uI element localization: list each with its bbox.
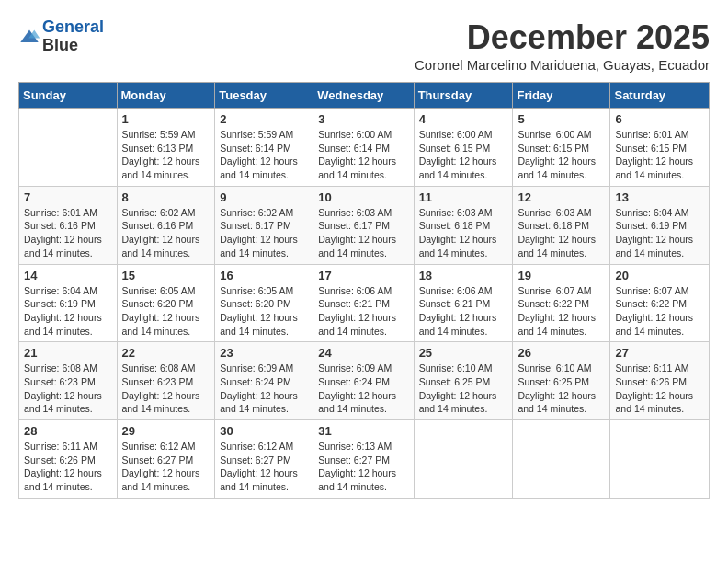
- calendar-cell: [414, 420, 513, 499]
- day-number: 20: [615, 269, 704, 282]
- day-info: Sunrise: 6:10 AMSunset: 6:25 PMDaylight:…: [419, 362, 508, 416]
- calendar-cell: 21Sunrise: 6:08 AMSunset: 6:23 PMDayligh…: [19, 342, 118, 420]
- header-tuesday: Tuesday: [215, 83, 313, 109]
- day-info: Sunrise: 6:04 AMSunset: 6:19 PMDaylight:…: [615, 206, 704, 260]
- day-info: Sunrise: 6:12 AMSunset: 6:27 PMDaylight:…: [122, 440, 210, 494]
- day-number: 27: [615, 346, 704, 360]
- header-row: SundayMondayTuesdayWednesdayThursdayFrid…: [19, 83, 710, 109]
- calendar-cell: 28Sunrise: 6:11 AMSunset: 6:26 PMDayligh…: [19, 420, 118, 499]
- day-number: 6: [615, 112, 704, 126]
- day-info: Sunrise: 6:03 AMSunset: 6:18 PMDaylight:…: [419, 206, 508, 260]
- day-info: Sunrise: 6:01 AMSunset: 6:16 PMDaylight:…: [24, 206, 112, 260]
- day-number: 16: [220, 269, 308, 282]
- day-number: 14: [24, 269, 112, 282]
- day-number: 19: [518, 269, 605, 282]
- day-info: Sunrise: 6:11 AMSunset: 6:26 PMDaylight:…: [24, 440, 112, 494]
- day-number: 31: [318, 424, 408, 438]
- calendar-cell: 20Sunrise: 6:07 AMSunset: 6:22 PMDayligh…: [610, 264, 710, 342]
- day-info: Sunrise: 6:13 AMSunset: 6:27 PMDaylight:…: [318, 440, 408, 494]
- logo: General Blue: [18, 18, 104, 55]
- week-row-5: 28Sunrise: 6:11 AMSunset: 6:26 PMDayligh…: [19, 420, 710, 499]
- calendar-cell: 10Sunrise: 6:03 AMSunset: 6:17 PMDayligh…: [313, 186, 414, 264]
- calendar-cell: 25Sunrise: 6:10 AMSunset: 6:25 PMDayligh…: [414, 342, 513, 420]
- day-info: Sunrise: 6:12 AMSunset: 6:27 PMDaylight:…: [220, 440, 308, 494]
- day-info: Sunrise: 6:03 AMSunset: 6:18 PMDaylight:…: [518, 206, 605, 260]
- day-number: 26: [518, 346, 605, 360]
- day-info: Sunrise: 6:06 AMSunset: 6:21 PMDaylight:…: [318, 284, 408, 339]
- calendar-cell: 30Sunrise: 6:12 AMSunset: 6:27 PMDayligh…: [215, 420, 313, 499]
- calendar-cell: [610, 420, 710, 499]
- day-number: 4: [419, 112, 508, 126]
- calendar-cell: 24Sunrise: 6:09 AMSunset: 6:24 PMDayligh…: [313, 342, 414, 420]
- calendar-cell: 18Sunrise: 6:06 AMSunset: 6:21 PMDayligh…: [414, 264, 513, 342]
- day-number: 30: [220, 424, 308, 438]
- day-number: 8: [122, 190, 210, 204]
- calendar-cell: 19Sunrise: 6:07 AMSunset: 6:22 PMDayligh…: [513, 264, 610, 342]
- calendar-cell: 31Sunrise: 6:13 AMSunset: 6:27 PMDayligh…: [313, 420, 414, 499]
- day-info: Sunrise: 6:00 AMSunset: 6:14 PMDaylight:…: [318, 128, 408, 182]
- calendar-cell: 15Sunrise: 6:05 AMSunset: 6:20 PMDayligh…: [117, 264, 215, 342]
- subtitle: Coronel Marcelino Mariduena, Guayas, Ecu…: [415, 57, 710, 73]
- header-sunday: Sunday: [19, 83, 118, 109]
- day-number: 22: [122, 346, 210, 360]
- day-info: Sunrise: 6:07 AMSunset: 6:22 PMDaylight:…: [615, 284, 704, 339]
- calendar-cell: 23Sunrise: 6:09 AMSunset: 6:24 PMDayligh…: [215, 342, 313, 420]
- calendar-cell: 26Sunrise: 6:10 AMSunset: 6:25 PMDayligh…: [513, 342, 610, 420]
- day-info: Sunrise: 6:03 AMSunset: 6:17 PMDaylight:…: [318, 206, 408, 260]
- day-number: 28: [24, 424, 112, 438]
- header-wednesday: Wednesday: [313, 83, 414, 109]
- day-info: Sunrise: 5:59 AMSunset: 6:13 PMDaylight:…: [122, 128, 210, 182]
- day-number: 10: [318, 190, 408, 204]
- calendar-table: SundayMondayTuesdayWednesdayThursdayFrid…: [18, 82, 710, 499]
- month-title: December 2025: [415, 18, 710, 57]
- calendar-cell: [19, 109, 118, 187]
- day-number: 1: [122, 112, 210, 126]
- day-info: Sunrise: 6:09 AMSunset: 6:24 PMDaylight:…: [220, 362, 308, 416]
- day-info: Sunrise: 6:00 AMSunset: 6:15 PMDaylight:…: [419, 128, 508, 182]
- day-number: 15: [122, 269, 210, 282]
- day-number: 11: [419, 190, 508, 204]
- day-info: Sunrise: 6:01 AMSunset: 6:15 PMDaylight:…: [615, 128, 704, 182]
- calendar-cell: 29Sunrise: 6:12 AMSunset: 6:27 PMDayligh…: [117, 420, 215, 499]
- week-row-4: 21Sunrise: 6:08 AMSunset: 6:23 PMDayligh…: [19, 342, 710, 420]
- header-monday: Monday: [117, 83, 215, 109]
- calendar-cell: 3Sunrise: 6:00 AMSunset: 6:14 PMDaylight…: [313, 109, 414, 187]
- day-info: Sunrise: 6:05 AMSunset: 6:20 PMDaylight:…: [220, 284, 308, 339]
- week-row-1: 1Sunrise: 5:59 AMSunset: 6:13 PMDaylight…: [19, 109, 710, 187]
- calendar-cell: 14Sunrise: 6:04 AMSunset: 6:19 PMDayligh…: [19, 264, 118, 342]
- day-info: Sunrise: 6:09 AMSunset: 6:24 PMDaylight:…: [318, 362, 408, 416]
- calendar-cell: 17Sunrise: 6:06 AMSunset: 6:21 PMDayligh…: [313, 264, 414, 342]
- day-number: 29: [122, 424, 210, 438]
- day-number: 7: [24, 190, 112, 204]
- day-number: 17: [318, 269, 408, 282]
- calendar-cell: 4Sunrise: 6:00 AMSunset: 6:15 PMDaylight…: [414, 109, 513, 187]
- calendar-cell: 2Sunrise: 5:59 AMSunset: 6:14 PMDaylight…: [215, 109, 313, 187]
- day-info: Sunrise: 6:02 AMSunset: 6:17 PMDaylight:…: [220, 206, 308, 260]
- day-number: 25: [419, 346, 508, 360]
- day-info: Sunrise: 6:08 AMSunset: 6:23 PMDaylight:…: [24, 362, 112, 416]
- logo-line1: General: [42, 18, 104, 37]
- calendar-cell: 5Sunrise: 6:00 AMSunset: 6:15 PMDaylight…: [513, 109, 610, 187]
- calendar-container: General Blue December 2025 Coronel Marce…: [18, 18, 710, 499]
- calendar-cell: 11Sunrise: 6:03 AMSunset: 6:18 PMDayligh…: [414, 186, 513, 264]
- calendar-cell: 16Sunrise: 6:05 AMSunset: 6:20 PMDayligh…: [215, 264, 313, 342]
- day-number: 12: [518, 190, 605, 204]
- calendar-cell: 7Sunrise: 6:01 AMSunset: 6:16 PMDaylight…: [19, 186, 118, 264]
- day-number: 2: [220, 112, 308, 126]
- day-number: 5: [518, 112, 605, 126]
- day-number: 9: [220, 190, 308, 204]
- calendar-cell: 6Sunrise: 6:01 AMSunset: 6:15 PMDaylight…: [610, 109, 710, 187]
- day-number: 3: [318, 112, 408, 126]
- day-info: Sunrise: 6:02 AMSunset: 6:16 PMDaylight:…: [122, 206, 210, 260]
- header-friday: Friday: [513, 83, 610, 109]
- calendar-cell: 13Sunrise: 6:04 AMSunset: 6:19 PMDayligh…: [610, 186, 710, 264]
- calendar-cell: 12Sunrise: 6:03 AMSunset: 6:18 PMDayligh…: [513, 186, 610, 264]
- day-info: Sunrise: 6:08 AMSunset: 6:23 PMDaylight:…: [122, 362, 210, 416]
- calendar-cell: 22Sunrise: 6:08 AMSunset: 6:23 PMDayligh…: [117, 342, 215, 420]
- week-row-3: 14Sunrise: 6:04 AMSunset: 6:19 PMDayligh…: [19, 264, 710, 342]
- calendar-cell: 9Sunrise: 6:02 AMSunset: 6:17 PMDaylight…: [215, 186, 313, 264]
- day-info: Sunrise: 6:11 AMSunset: 6:26 PMDaylight:…: [615, 362, 704, 416]
- calendar-cell: 8Sunrise: 6:02 AMSunset: 6:16 PMDaylight…: [117, 186, 215, 264]
- day-info: Sunrise: 6:10 AMSunset: 6:25 PMDaylight:…: [518, 362, 605, 416]
- day-info: Sunrise: 6:00 AMSunset: 6:15 PMDaylight:…: [518, 128, 605, 182]
